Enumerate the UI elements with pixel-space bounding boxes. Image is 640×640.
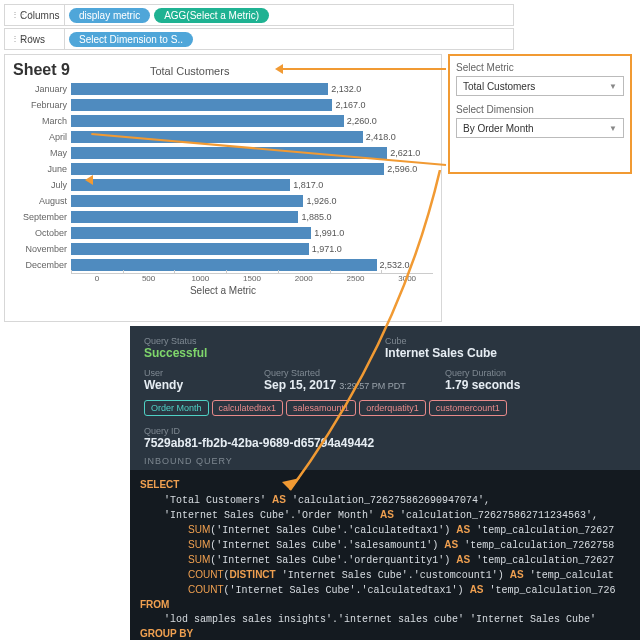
- x-tick: 1000: [174, 274, 226, 283]
- rows-label: ⋮⋮⋮Rows: [5, 29, 65, 49]
- month-label: March: [13, 113, 71, 129]
- dimension-label: Select Dimension: [456, 104, 624, 115]
- bar-row: 2,132.0: [71, 81, 433, 97]
- month-label: October: [13, 225, 71, 241]
- metric-label: Select Metric: [456, 62, 624, 73]
- dimension-select[interactable]: By Order Month▼: [456, 118, 624, 138]
- month-label: December: [13, 257, 71, 273]
- bar[interactable]: [71, 99, 332, 111]
- bar-value: 2,260.0: [347, 116, 377, 126]
- columns-label: ⋮⋮⋮Columns: [5, 5, 65, 25]
- x-tick: 0: [71, 274, 123, 283]
- pill-display-metric[interactable]: display metric: [69, 8, 150, 23]
- badge[interactable]: Order Month: [144, 400, 209, 416]
- pill-agg-metric[interactable]: AGG(Select a Metric): [154, 8, 269, 23]
- badge[interactable]: calculatedtax1: [212, 400, 284, 416]
- chart-title: Total Customers: [150, 65, 229, 77]
- user-label: User: [144, 368, 264, 378]
- bar-value: 2,132.0: [331, 84, 361, 94]
- month-label: August: [13, 193, 71, 209]
- chevron-down-icon: ▼: [609, 124, 617, 133]
- bar[interactable]: [71, 147, 387, 159]
- bar[interactable]: [71, 227, 311, 239]
- sheet-title: Sheet 9: [13, 61, 70, 79]
- columns-shelf[interactable]: ⋮⋮⋮Columns display metric AGG(Select a M…: [4, 4, 514, 26]
- bar[interactable]: [71, 179, 290, 191]
- annotation-arrow-large: [280, 170, 480, 510]
- bar[interactable]: [71, 243, 309, 255]
- chevron-down-icon: ▼: [609, 82, 617, 91]
- month-label: April: [13, 129, 71, 145]
- month-label: November: [13, 241, 71, 257]
- arrow-head-icon: [85, 175, 93, 185]
- x-tick: 1500: [226, 274, 278, 283]
- annotation-arrow: [282, 68, 446, 70]
- bar[interactable]: [71, 195, 303, 207]
- shelves: ⋮⋮⋮Columns display metric AGG(Select a M…: [4, 4, 514, 52]
- parameter-controls: Select Metric Total Customers▼ Select Di…: [448, 54, 632, 174]
- arrow-head-icon: [275, 64, 283, 74]
- svg-marker-0: [282, 478, 300, 490]
- bar[interactable]: [71, 211, 298, 223]
- bar-row: 2,167.0: [71, 97, 433, 113]
- bar-row: 2,260.0: [71, 113, 433, 129]
- month-label: May: [13, 145, 71, 161]
- month-label: June: [13, 161, 71, 177]
- rows-shelf[interactable]: ⋮⋮⋮Rows Select Dimension to S..: [4, 28, 514, 50]
- bar-value: 2,621.0: [390, 148, 420, 158]
- bar-value: 2,418.0: [366, 132, 396, 142]
- pill-dimension[interactable]: Select Dimension to S..: [69, 32, 193, 47]
- x-tick: 500: [123, 274, 175, 283]
- month-label: July: [13, 177, 71, 193]
- month-label: January: [13, 81, 71, 97]
- metric-select[interactable]: Total Customers▼: [456, 76, 624, 96]
- month-label: February: [13, 97, 71, 113]
- user-value: Wendy: [144, 378, 264, 392]
- bar[interactable]: [71, 115, 344, 127]
- month-label: September: [13, 209, 71, 225]
- bar[interactable]: [71, 83, 328, 95]
- bar-value: 2,167.0: [335, 100, 365, 110]
